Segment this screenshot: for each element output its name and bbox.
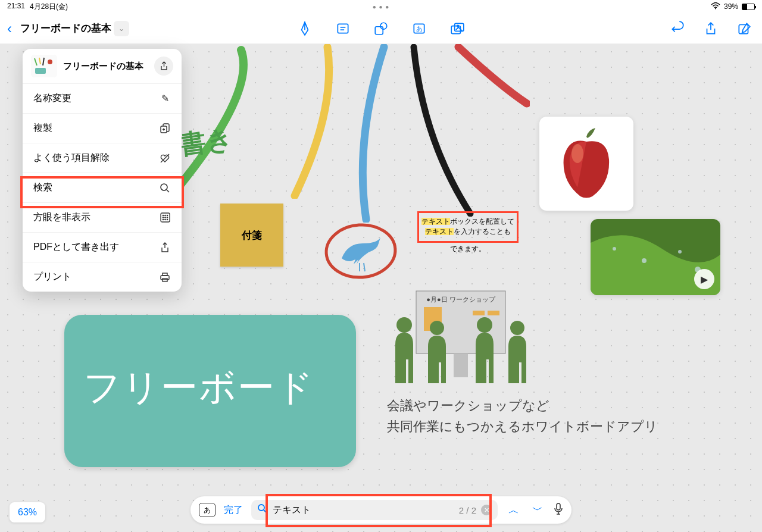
board-title[interactable]: フリーボードの基本 bbox=[20, 21, 111, 35]
status-time: 21:31 bbox=[7, 2, 25, 12]
mic-icon[interactable] bbox=[554, 503, 563, 518]
next-result-button[interactable]: ﹀ bbox=[530, 503, 545, 517]
menu-item-hidegrid[interactable]: 方眼を非表示 bbox=[23, 203, 182, 233]
menu-thumbnail bbox=[31, 55, 57, 77]
freeboard-text: フリーボード bbox=[83, 362, 314, 412]
menu-item-unfavorite[interactable]: よく使う項目解除 bbox=[23, 143, 182, 173]
text-tool-icon[interactable]: あ bbox=[408, 18, 430, 39]
svg-rect-31 bbox=[35, 68, 46, 74]
svg-point-17 bbox=[613, 247, 616, 251]
status-date: 4月28日(金) bbox=[30, 2, 68, 12]
status-bar: 21:31 4月28日(金) ● ● ● 39% bbox=[0, 0, 762, 13]
menu-item-duplicate[interactable]: 複製 bbox=[23, 114, 182, 143]
apple-image[interactable] bbox=[539, 117, 633, 211]
svg-point-48 bbox=[167, 219, 167, 220]
svg-point-43 bbox=[163, 217, 163, 218]
search-count: 2 / 2 bbox=[459, 505, 476, 515]
back-button[interactable]: ‹ bbox=[7, 20, 12, 37]
svg-point-40 bbox=[163, 215, 163, 215]
workshop-label-svg: ●月●日 ワークショップ bbox=[426, 296, 495, 303]
menu-item-rename[interactable]: 名称変更 ✎ bbox=[23, 84, 182, 114]
svg-point-46 bbox=[163, 219, 163, 220]
battery-pct: 39% bbox=[724, 2, 738, 11]
export-icon bbox=[159, 242, 171, 253]
freeboard-card[interactable]: フリーボード bbox=[64, 315, 356, 467]
svg-point-37 bbox=[161, 184, 167, 190]
done-button[interactable]: 完了 bbox=[224, 504, 243, 517]
duplicate-icon bbox=[159, 123, 171, 134]
share-icon[interactable] bbox=[700, 18, 722, 39]
leaf-video[interactable]: ▶ bbox=[591, 219, 720, 295]
hand-green-text: 書き bbox=[177, 118, 236, 167]
play-icon[interactable]: ▶ bbox=[694, 269, 714, 289]
svg-line-14 bbox=[364, 263, 365, 271]
media-tool-icon[interactable] bbox=[446, 18, 468, 39]
menu-item-search[interactable]: 検索 bbox=[23, 173, 182, 203]
search-input[interactable] bbox=[273, 505, 454, 515]
compose-icon[interactable] bbox=[733, 18, 755, 39]
search-field[interactable]: 2 / 2 ✕ bbox=[251, 500, 498, 520]
svg-rect-54 bbox=[557, 503, 560, 510]
svg-point-0 bbox=[715, 8, 716, 9]
svg-point-19 bbox=[678, 250, 682, 254]
svg-rect-4 bbox=[375, 26, 383, 34]
print-icon bbox=[159, 272, 171, 283]
main-toolbar: ‹ フリーボードの基本 ⌄ あ bbox=[0, 13, 762, 44]
people-clipart[interactable]: ●月●日 ワークショップ bbox=[383, 282, 538, 392]
note-tool-icon[interactable] bbox=[332, 18, 354, 39]
sticky-note[interactable]: 付箋 bbox=[220, 204, 283, 267]
battery-icon bbox=[742, 4, 755, 10]
shape-tool-icon[interactable] bbox=[370, 18, 392, 39]
svg-rect-25 bbox=[488, 311, 499, 315]
svg-point-18 bbox=[642, 258, 647, 263]
board-menu: フリーボードの基本 名称変更 ✎ 複製 よく使う項目解除 検索 方眼を非表示 P… bbox=[23, 49, 182, 292]
svg-rect-50 bbox=[161, 276, 169, 280]
sticky-label: 付箋 bbox=[242, 229, 262, 242]
zoom-level[interactable]: 63% bbox=[10, 502, 45, 522]
svg-line-53 bbox=[264, 510, 266, 512]
canvas-textbox[interactable]: テキストボックスを配置して テキストを入力することも できます。 bbox=[417, 211, 519, 254]
keyboard-lang-button[interactable]: あ bbox=[199, 503, 216, 517]
svg-rect-1 bbox=[338, 24, 348, 33]
svg-point-5 bbox=[380, 23, 387, 29]
menu-title: フリーボードの基本 bbox=[63, 61, 154, 72]
undo-icon[interactable] bbox=[667, 18, 688, 39]
svg-rect-22 bbox=[454, 353, 468, 377]
svg-point-15 bbox=[572, 144, 583, 163]
hl-2: テキスト bbox=[425, 228, 454, 235]
svg-point-47 bbox=[164, 219, 165, 220]
menu-item-export-pdf[interactable]: PDFとして書き出す bbox=[23, 233, 182, 262]
svg-point-42 bbox=[167, 215, 167, 215]
menu-item-print[interactable]: プリント bbox=[23, 262, 182, 292]
svg-point-27 bbox=[430, 321, 444, 335]
multitask-dots[interactable]: ● ● ● bbox=[373, 4, 390, 10]
svg-point-45 bbox=[167, 217, 167, 218]
menu-header: フリーボードの基本 bbox=[23, 49, 182, 84]
handwriting-line2: 共同作業にもつかえるホワイトボードアプリ bbox=[387, 416, 658, 437]
title-menu-chevron[interactable]: ⌄ bbox=[114, 21, 129, 36]
blue-stroke bbox=[342, 44, 396, 223]
clear-icon[interactable]: ✕ bbox=[481, 505, 492, 515]
pen-tool-icon[interactable] bbox=[294, 18, 316, 39]
search-bar: あ 完了 2 / 2 ✕ ︿ ﹀ bbox=[190, 496, 572, 524]
svg-line-38 bbox=[167, 190, 169, 192]
red-stroke bbox=[452, 44, 530, 121]
search-glass-icon bbox=[257, 503, 268, 517]
yellow-stroke bbox=[280, 44, 339, 199]
svg-point-29 bbox=[510, 321, 524, 335]
svg-point-52 bbox=[258, 505, 264, 511]
svg-point-41 bbox=[164, 215, 165, 215]
svg-point-10 bbox=[457, 25, 459, 27]
svg-point-32 bbox=[48, 60, 52, 64]
menu-share-icon[interactable] bbox=[154, 57, 173, 76]
search-icon bbox=[159, 183, 171, 193]
grid-icon bbox=[159, 212, 171, 223]
svg-point-28 bbox=[477, 317, 492, 333]
heart-slash-icon bbox=[159, 153, 171, 164]
handwriting-line1: 会議やワークショップなど bbox=[387, 395, 549, 416]
bird-shape[interactable] bbox=[324, 217, 401, 284]
svg-text:あ: あ bbox=[416, 25, 423, 32]
svg-rect-24 bbox=[473, 311, 485, 315]
hl-1: テキスト bbox=[421, 218, 450, 225]
prev-result-button[interactable]: ︿ bbox=[506, 503, 521, 517]
